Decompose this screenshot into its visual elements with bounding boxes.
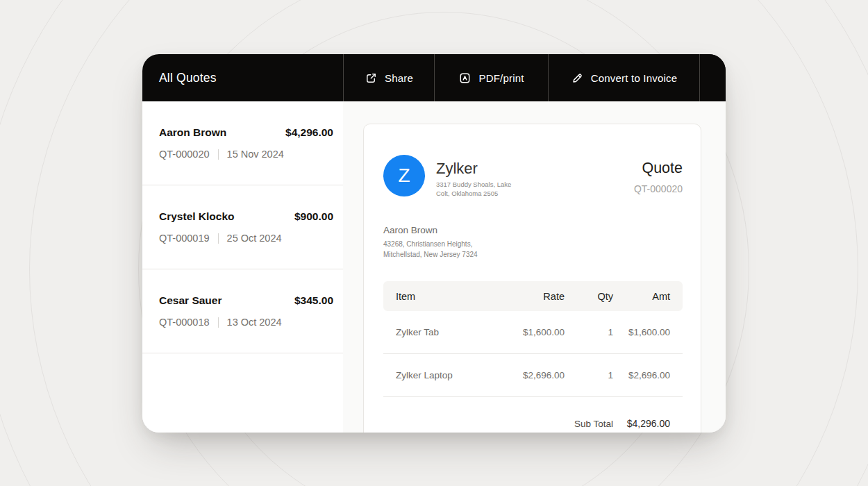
meta-divider bbox=[218, 317, 219, 328]
column-header-qty: Qty bbox=[565, 291, 613, 302]
item-amount: $1,600.00 bbox=[613, 327, 670, 337]
quote-item-meta: QT-000018 13 Oct 2024 bbox=[159, 317, 333, 328]
column-header-rate: Rate bbox=[481, 291, 565, 302]
subtotal-label: Sub Total bbox=[396, 419, 613, 429]
pencil-icon bbox=[571, 72, 584, 85]
customer-name: Crystel Klocko bbox=[159, 210, 235, 223]
page-title: All Quotes bbox=[142, 54, 343, 101]
bill-to-address: 43268, Christiansen Heights, Mitchellsta… bbox=[383, 240, 683, 260]
item-name: Zylker Tab bbox=[396, 327, 481, 337]
subtotal-value: $4,296.00 bbox=[613, 418, 670, 429]
quote-list-item[interactable]: Crystel Klocko $900.00 QT-000019 25 Oct … bbox=[142, 185, 343, 269]
quote-amount: $4,296.00 bbox=[285, 126, 333, 139]
bill-to-address-line1: 43268, Christiansen Heights, bbox=[383, 240, 683, 250]
convert-to-invoice-label: Convert to Invoice bbox=[591, 72, 678, 84]
bill-to-name: Aaron Brown bbox=[383, 225, 683, 235]
convert-to-invoice-button[interactable]: Convert to Invoice bbox=[549, 54, 699, 101]
company-name: Zylker bbox=[436, 160, 511, 178]
quote-amount: $900.00 bbox=[294, 210, 333, 223]
table-row: Zylker Tab $1,600.00 1 $1,600.00 bbox=[383, 311, 683, 354]
items-table: Item Rate Qty Amt Zylker Tab $1,600.00 1… bbox=[383, 281, 683, 433]
meta-divider bbox=[218, 233, 219, 244]
company-address-line2: Colt, Oklahoma 2505 bbox=[436, 189, 511, 198]
quote-item-top: Cesar Sauer $345.00 bbox=[159, 294, 333, 307]
company-address-line1: 3317 Buddy Shoals, Lake bbox=[436, 180, 511, 189]
quote-item-top: Aaron Brown $4,296.00 bbox=[159, 126, 333, 139]
quote-number: QT-000019 bbox=[159, 233, 210, 244]
pdf-print-label: PDF/print bbox=[478, 72, 524, 84]
item-name: Zylker Laptop bbox=[396, 370, 481, 380]
items-table-header: Item Rate Qty Amt bbox=[383, 281, 683, 311]
table-row: Zylker Laptop $2,696.00 1 $2,696.00 bbox=[383, 354, 683, 397]
quote-date: 15 Nov 2024 bbox=[227, 149, 284, 160]
pdf-icon bbox=[458, 72, 471, 85]
meta-divider bbox=[218, 149, 219, 160]
company-logo: Z bbox=[383, 155, 425, 196]
subtotal-row: Sub Total $4,296.00 bbox=[383, 397, 683, 433]
pdf-print-button[interactable]: PDF/print bbox=[435, 54, 548, 101]
page-background: All Quotes Share bbox=[0, 0, 868, 486]
item-amount: $2,696.00 bbox=[613, 370, 670, 380]
quote-list-item[interactable]: Aaron Brown $4,296.00 QT-000020 15 Nov 2… bbox=[142, 101, 343, 185]
toolbar: All Quotes Share bbox=[142, 54, 726, 101]
share-icon bbox=[365, 72, 378, 85]
customer-name: Aaron Brown bbox=[159, 126, 226, 139]
bill-to-address-line2: Mitchellstad, New Jersey 7324 bbox=[383, 250, 683, 260]
quote-item-meta: QT-000019 25 Oct 2024 bbox=[159, 233, 333, 244]
item-rate: $2,696.00 bbox=[481, 370, 565, 380]
bill-to-block: Aaron Brown 43268, Christiansen Heights,… bbox=[383, 225, 683, 260]
share-button[interactable]: Share bbox=[344, 54, 434, 101]
quote-date: 25 Oct 2024 bbox=[227, 233, 282, 244]
company-address: 3317 Buddy Shoals, Lake Colt, Oklahoma 2… bbox=[436, 180, 511, 198]
item-qty: 1 bbox=[565, 370, 613, 380]
quotes-list-sidebar: Aaron Brown $4,296.00 QT-000020 15 Nov 2… bbox=[142, 101, 343, 433]
quote-number: QT-000018 bbox=[159, 317, 210, 328]
list-separator bbox=[142, 353, 343, 353]
customer-name: Cesar Sauer bbox=[159, 294, 222, 307]
document-header: Z Zylker 3317 Buddy Shoals, Lake Colt, O… bbox=[383, 155, 683, 198]
quote-item-top: Crystel Klocko $900.00 bbox=[159, 210, 333, 223]
column-header-amt: Amt bbox=[613, 291, 670, 302]
document-number: QT-000020 bbox=[634, 183, 683, 194]
window-content: Aaron Brown $4,296.00 QT-000020 15 Nov 2… bbox=[142, 101, 726, 433]
document-title: Quote bbox=[634, 160, 683, 177]
item-rate: $1,600.00 bbox=[481, 327, 565, 337]
quote-preview-area: Z Zylker 3317 Buddy Shoals, Lake Colt, O… bbox=[343, 101, 726, 433]
quote-date: 13 Oct 2024 bbox=[227, 317, 282, 328]
quote-number: QT-000020 bbox=[159, 149, 210, 160]
column-header-item: Item bbox=[396, 291, 481, 302]
quote-document-panel: Z Zylker 3317 Buddy Shoals, Lake Colt, O… bbox=[363, 124, 701, 433]
share-label: Share bbox=[385, 72, 413, 84]
quote-list-item[interactable]: Cesar Sauer $345.00 QT-000018 13 Oct 202… bbox=[142, 269, 343, 353]
item-qty: 1 bbox=[565, 327, 613, 337]
document-meta: Quote QT-000020 bbox=[634, 155, 683, 194]
toolbar-spacer bbox=[700, 54, 726, 101]
quote-amount: $345.00 bbox=[294, 294, 333, 307]
quote-item-meta: QT-000020 15 Nov 2024 bbox=[159, 149, 333, 160]
quotes-window: All Quotes Share bbox=[142, 54, 726, 433]
company-block: Zylker 3317 Buddy Shoals, Lake Colt, Okl… bbox=[436, 155, 511, 198]
